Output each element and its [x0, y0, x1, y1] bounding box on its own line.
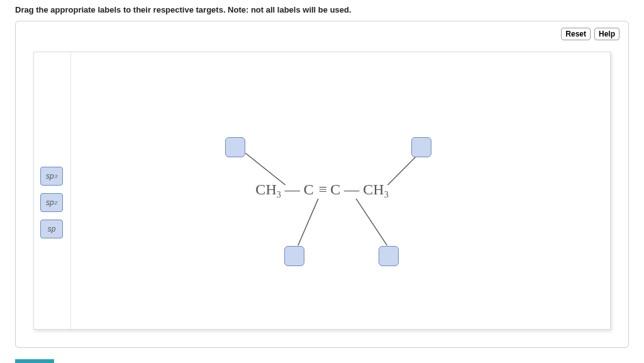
- drag-canvas: sp3 sp2 sp CH3 — C ≡ C — CH3: [33, 52, 611, 330]
- formula-bond-1: —: [285, 181, 300, 198]
- svg-line-1: [387, 154, 419, 186]
- reset-button[interactable]: Reset: [561, 28, 591, 40]
- formula-bond-2: —: [344, 181, 359, 198]
- label-sp[interactable]: sp: [40, 220, 63, 238]
- palette-divider: [70, 52, 71, 329]
- drop-target-bottom-right[interactable]: [379, 246, 399, 266]
- drop-target-top-left[interactable]: [225, 137, 245, 157]
- formula-sub3-right: 3: [384, 190, 389, 199]
- drop-target-top-right[interactable]: [411, 137, 431, 157]
- label-sp3-text: sp: [46, 172, 54, 181]
- instruction-text: Drag the appropriate labels to their res…: [15, 5, 629, 14]
- label-sp-text: sp: [48, 225, 56, 233]
- label-sp3[interactable]: sp3: [40, 167, 63, 186]
- svg-line-0: [245, 154, 285, 186]
- formula-ch3-right: CH: [363, 181, 384, 198]
- formula-triple-bond: ≡: [319, 181, 326, 198]
- formula-c-left: C: [304, 181, 314, 198]
- label-sp2[interactable]: sp2: [40, 193, 63, 212]
- label-sp2-text: sp: [46, 198, 54, 207]
- label-sp2-sup: 2: [55, 200, 57, 206]
- molecule-formula: CH3 — C ≡ C — CH3: [255, 181, 388, 201]
- exercise-panel: Reset Help sp3 sp2 sp CH3 — C ≡ C — CH3: [15, 21, 629, 348]
- drop-target-bottom-left[interactable]: [284, 246, 304, 266]
- help-button[interactable]: Help: [594, 28, 619, 40]
- submit-fragment: [15, 359, 54, 363]
- formula-sub3-left: 3: [277, 190, 281, 199]
- svg-line-2: [298, 199, 318, 245]
- formula-ch3-left: CH: [255, 181, 276, 198]
- formula-c-right: C: [330, 181, 340, 198]
- svg-line-3: [356, 199, 387, 245]
- label-sp3-sup: 3: [55, 174, 57, 179]
